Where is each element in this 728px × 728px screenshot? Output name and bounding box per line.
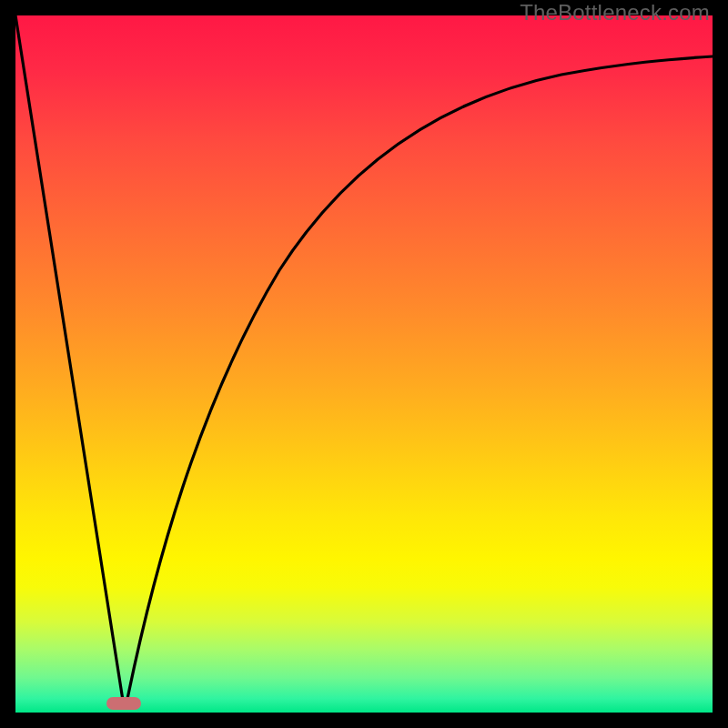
plot-area — [15, 15, 713, 713]
chart-frame: TheBottleneck.com — [0, 0, 728, 728]
curve-layer — [15, 15, 713, 713]
bottleneck-curve — [15, 15, 713, 706]
watermark-text: TheBottleneck.com — [520, 0, 710, 25]
optimum-marker — [106, 697, 141, 710]
